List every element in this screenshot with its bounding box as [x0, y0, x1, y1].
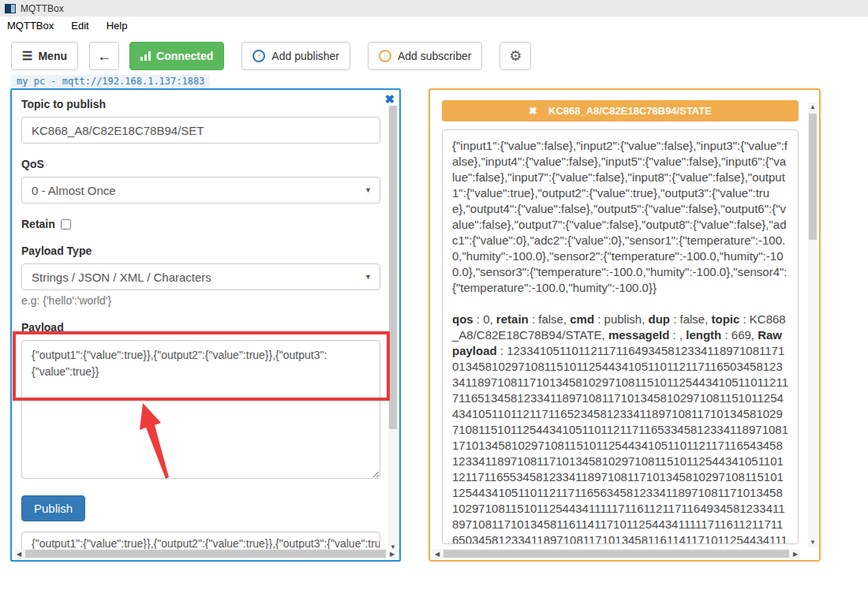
hamburger-icon: ☰ [22, 49, 32, 63]
window-titlebar: MQTTBox [0, 0, 868, 17]
chevron-down-icon: ▼ [365, 186, 372, 194]
scroll-left-arrow-icon[interactable]: ◀ [14, 551, 24, 558]
subscribed-topic-label: KC868_A8/C82E18C78B94/STATE [548, 105, 712, 117]
meta-value: : 0, [473, 312, 496, 326]
menu-bar: MQTTBox Edit Help [0, 17, 868, 35]
scroll-right-arrow-icon[interactable]: ▶ [387, 551, 397, 558]
subscribed-topic-header[interactable]: ✖ KC868_A8/C82E18C78B94/STATE [442, 100, 799, 121]
signal-bars-icon [140, 51, 151, 61]
publisher-vertical-scrollbar[interactable]: ▼ [388, 106, 398, 552]
scrollbar-thumb[interactable] [443, 550, 789, 558]
chevron-down-icon: ▼ [365, 273, 372, 281]
window-title: MQTTBox [21, 3, 64, 14]
scroll-up-arrow-icon[interactable]: ▲ [808, 103, 817, 112]
app-icon [5, 4, 16, 13]
qos-selected-value: 0 - Almost Once [32, 184, 116, 197]
menu-button[interactable]: ☰ Menu [11, 42, 78, 70]
connection-tab[interactable]: my pc - mqtt://192.168.1.137:1883 [11, 75, 210, 89]
connected-button[interactable]: Connected [129, 42, 224, 70]
meta-value: : 12334105110112117116493458123341189710… [452, 344, 788, 544]
scroll-down-arrow-icon[interactable]: ▼ [808, 538, 817, 547]
payload-type-label: Payload Type [21, 245, 380, 257]
subscriber-panel: ✖ KC868_A8/C82E18C78B94/STATE {"input1":… [428, 88, 821, 562]
meta-key: messageId [608, 328, 670, 342]
meta-key: retain [496, 312, 529, 326]
arrow-down-circle-icon: ↓ [379, 50, 391, 62]
payload-textarea[interactable]: {"output1":{"value":true}},{"output2":{"… [21, 340, 380, 479]
payload-label: Payload [21, 321, 380, 334]
payload-type-selected-value: Strings / JSON / XML / Characters [32, 271, 211, 284]
publisher-horizontal-scrollbar[interactable]: ◀ ▶ [14, 549, 397, 558]
publisher-panel: ✖ Topic to publish QoS 0 - Almost Once ▼… [10, 88, 401, 562]
add-subscriber-label: Add subscriber [398, 50, 471, 62]
retain-checkbox[interactable] [61, 219, 71, 230]
meta-key: qos [452, 312, 473, 326]
subscriber-vertical-scrollbar[interactable]: ▲ ▼ [808, 103, 817, 547]
qos-select[interactable]: 0 - Almost Once ▼ [21, 177, 380, 204]
menu-item-help[interactable]: Help [107, 20, 128, 32]
menu-item-edit[interactable]: Edit [71, 20, 88, 32]
publish-button[interactable]: Publish [21, 495, 85, 521]
published-history-entry[interactable]: {"output1":{"value":true}},{"output2":{"… [21, 532, 380, 549]
arrow-up-circle-icon: ↑ [253, 50, 265, 62]
meta-key: length [686, 328, 721, 342]
qos-label: QoS [21, 158, 380, 170]
scrollbar-thumb[interactable] [25, 550, 386, 558]
meta-key: topic [712, 312, 740, 326]
back-arrow-icon: ← [97, 48, 111, 65]
add-publisher-button[interactable]: ↑ Add publisher [241, 42, 350, 70]
scroll-right-arrow-icon[interactable]: ▶ [791, 551, 800, 558]
message-metadata: qos : 0, retain : false, cmd : publish, … [452, 312, 788, 544]
meta-value: : false, [670, 312, 712, 326]
scroll-left-arrow-icon[interactable]: ◀ [432, 551, 442, 558]
back-button[interactable]: ← [89, 42, 119, 70]
topic-to-publish-input[interactable] [21, 117, 380, 144]
menu-item-mqttbox[interactable]: MQTTBox [7, 20, 54, 32]
meta-value: : false, [529, 312, 571, 326]
retain-label: Retain [21, 218, 55, 230]
menu-button-label: Menu [38, 50, 67, 62]
subscriber-horizontal-scrollbar[interactable]: ◀ ▶ [432, 549, 800, 558]
scrollbar-thumb[interactable] [389, 106, 397, 429]
retain-row: Retain [21, 218, 380, 230]
toolbar: ☰ Menu ← Connected ↑ Add publisher ↓ Add… [0, 35, 868, 77]
meta-key: dup [648, 312, 670, 326]
publisher-form: Topic to publish QoS 0 - Almost Once ▼ R… [12, 90, 380, 549]
received-message-box: {"input1":{"value":false},"input2":{"val… [442, 129, 799, 544]
topic-to-publish-label: Topic to publish [21, 98, 380, 110]
connected-label: Connected [156, 50, 213, 62]
meta-value: : 669, [721, 328, 758, 342]
gear-icon: ⚙ [509, 47, 522, 65]
meta-value: : publish, [594, 312, 648, 326]
payload-type-select[interactable]: Strings / JSON / XML / Characters ▼ [21, 263, 380, 290]
close-publisher-icon[interactable]: ✖ [384, 92, 395, 106]
settings-button[interactable]: ⚙ [499, 42, 531, 70]
meta-key: cmd [570, 312, 594, 326]
add-publisher-label: Add publisher [271, 50, 339, 62]
meta-value: : , [669, 328, 686, 342]
message-payload-text: {"input1":{"value":false},"input2":{"val… [452, 138, 788, 296]
scrollbar-thumb[interactable] [809, 114, 817, 240]
payload-example-hint: e.g: {'hello':'world'} [21, 294, 380, 307]
add-subscriber-button[interactable]: ↓ Add subscriber [368, 42, 482, 70]
unsubscribe-close-icon[interactable]: ✖ [529, 105, 537, 117]
